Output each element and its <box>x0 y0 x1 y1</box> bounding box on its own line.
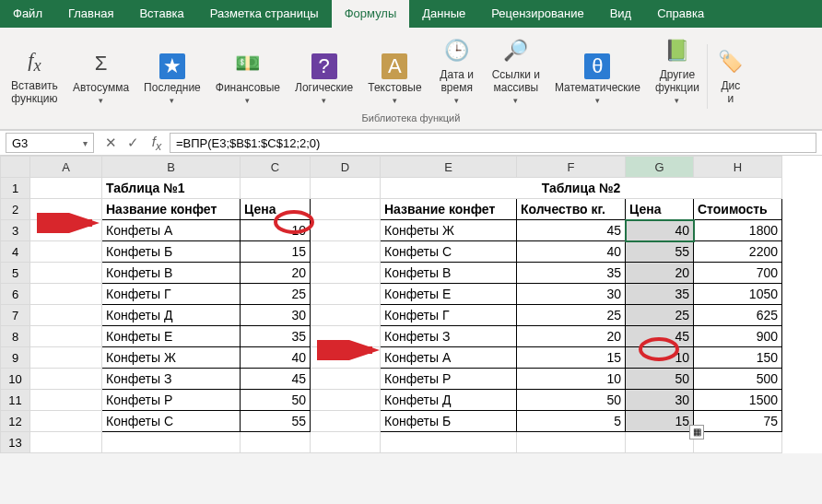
cell-F7[interactable]: 25 <box>517 305 626 326</box>
confirm-formula-button[interactable]: ✓ <box>122 135 144 151</box>
cell-C13[interactable] <box>241 432 311 453</box>
cell-E5[interactable]: Конфеты В <box>381 263 517 284</box>
cell-C5[interactable]: 20 <box>241 263 311 284</box>
row-header-12[interactable]: 12 <box>1 411 30 432</box>
cell-H12[interactable]: 75 <box>694 411 782 432</box>
cell-C6[interactable]: 25 <box>241 284 311 305</box>
cell-H2[interactable]: Стоимость <box>694 199 782 220</box>
cell-F10[interactable]: 10 <box>517 369 626 390</box>
cell-G11[interactable]: 30 <box>626 390 694 411</box>
text-button[interactable]: A Текстовые ▾ <box>360 52 429 109</box>
col-header-A[interactable]: A <box>30 157 102 178</box>
cell-D6[interactable] <box>311 284 381 305</box>
insert-function-button[interactable]: fx Вставитьфункцию <box>4 44 65 109</box>
row-header-11[interactable]: 11 <box>1 390 30 411</box>
row-header-1[interactable]: 1 <box>1 178 30 199</box>
cell-E9[interactable]: Конфеты А <box>381 347 517 369</box>
row-header-6[interactable]: 6 <box>1 284 30 305</box>
cell-D3[interactable] <box>311 220 381 241</box>
cell-F2[interactable]: Колчество кг. <box>517 199 626 220</box>
cell-A12[interactable] <box>30 411 102 432</box>
spreadsheet-grid[interactable]: A B C D E F G H 1 Таблица №1 Таблица №2 … <box>0 156 822 453</box>
cell-F4[interactable]: 40 <box>517 241 626 263</box>
name-box[interactable]: G3 ▾ <box>6 133 94 153</box>
cell-H8[interactable]: 900 <box>694 326 782 347</box>
cell-D4[interactable] <box>311 241 381 263</box>
cell-A6[interactable] <box>30 284 102 305</box>
cell-A11[interactable] <box>30 390 102 411</box>
name-manager-button[interactable]: 🏷️ Диси <box>707 44 754 109</box>
cell-A13[interactable] <box>30 432 102 453</box>
row-header-2[interactable]: 2 <box>1 199 30 220</box>
cell-A4[interactable] <box>30 241 102 263</box>
col-header-B[interactable]: B <box>102 157 241 178</box>
formula-input[interactable] <box>170 133 816 153</box>
autosum-button[interactable]: Σ Автосумма ▾ <box>65 46 136 109</box>
cell-B9[interactable]: Конфеты Ж <box>102 347 241 369</box>
cell-C10[interactable]: 45 <box>241 369 311 390</box>
cell-D10[interactable] <box>311 369 381 390</box>
menu-view[interactable]: Вид <box>597 0 645 28</box>
cell-F9[interactable]: 15 <box>517 347 626 369</box>
menu-file[interactable]: Файл <box>0 0 55 28</box>
cell-G13[interactable] <box>626 432 694 453</box>
financial-button[interactable]: 💵 Финансовые ▾ <box>208 46 288 109</box>
cell-G10[interactable]: 50 <box>626 369 694 390</box>
menu-pagelayout[interactable]: Разметка страницы <box>197 0 332 28</box>
cell-E1[interactable]: Таблица №2 <box>381 178 782 199</box>
cell-C8[interactable]: 35 <box>241 326 311 347</box>
cancel-formula-button[interactable]: ✕ <box>100 135 122 151</box>
cell-D2[interactable] <box>311 199 381 220</box>
fx-icon[interactable]: fx <box>144 134 170 153</box>
row-header-10[interactable]: 10 <box>1 369 30 390</box>
cell-B2[interactable]: Название конфет <box>102 199 241 220</box>
math-button[interactable]: θ Математические ▾ <box>547 52 648 109</box>
cell-G5[interactable]: 20 <box>626 263 694 284</box>
row-header-7[interactable]: 7 <box>1 305 30 326</box>
cell-H13[interactable] <box>694 432 782 453</box>
cell-H6[interactable]: 1050 <box>694 284 782 305</box>
row-header-3[interactable]: 3 <box>1 220 30 241</box>
menu-insert[interactable]: Вставка <box>126 0 196 28</box>
row-header-9[interactable]: 9 <box>1 347 30 369</box>
cell-E11[interactable]: Конфеты Д <box>381 390 517 411</box>
cell-D13[interactable] <box>311 432 381 453</box>
cell-G8[interactable]: 45 <box>626 326 694 347</box>
menu-help[interactable]: Справка <box>644 0 717 28</box>
row-header-8[interactable]: 8 <box>1 326 30 347</box>
col-header-C[interactable]: C <box>241 157 311 178</box>
cell-H10[interactable]: 500 <box>694 369 782 390</box>
cell-E3[interactable]: Конфеты Ж <box>381 220 517 241</box>
cell-D11[interactable] <box>311 390 381 411</box>
cell-D5[interactable] <box>311 263 381 284</box>
cell-C7[interactable]: 30 <box>241 305 311 326</box>
cell-A8[interactable] <box>30 326 102 347</box>
cell-C9[interactable]: 40 <box>241 347 311 369</box>
col-header-D[interactable]: D <box>311 157 381 178</box>
col-header-F[interactable]: F <box>517 157 626 178</box>
menu-review[interactable]: Рецензирование <box>478 0 596 28</box>
cell-E6[interactable]: Конфеты Е <box>381 284 517 305</box>
row-header-4[interactable]: 4 <box>1 241 30 263</box>
chevron-down-icon[interactable]: ▾ <box>83 138 88 148</box>
cell-C12[interactable]: 55 <box>241 411 311 432</box>
recent-button[interactable]: ★ Последние ▾ <box>136 52 208 109</box>
more-functions-button[interactable]: 📗 Другиефункции ▾ <box>648 33 707 109</box>
cell-C3[interactable]: 10 <box>241 220 311 241</box>
select-all-corner[interactable] <box>1 157 30 178</box>
col-header-G[interactable]: G <box>626 157 694 178</box>
cell-C4[interactable]: 15 <box>241 241 311 263</box>
cell-H5[interactable]: 700 <box>694 263 782 284</box>
cell-G9[interactable]: 10 <box>626 347 694 369</box>
cell-A7[interactable] <box>30 305 102 326</box>
cell-A2[interactable] <box>30 199 102 220</box>
cell-E7[interactable]: Конфеты Г <box>381 305 517 326</box>
menu-home[interactable]: Главная <box>55 0 126 28</box>
cell-A9[interactable] <box>30 347 102 369</box>
cell-D12[interactable] <box>311 411 381 432</box>
cell-A1[interactable] <box>30 178 102 199</box>
cell-A10[interactable] <box>30 369 102 390</box>
row-header-5[interactable]: 5 <box>1 263 30 284</box>
cell-D9[interactable] <box>311 347 381 369</box>
cell-B11[interactable]: Конфеты Р <box>102 390 241 411</box>
